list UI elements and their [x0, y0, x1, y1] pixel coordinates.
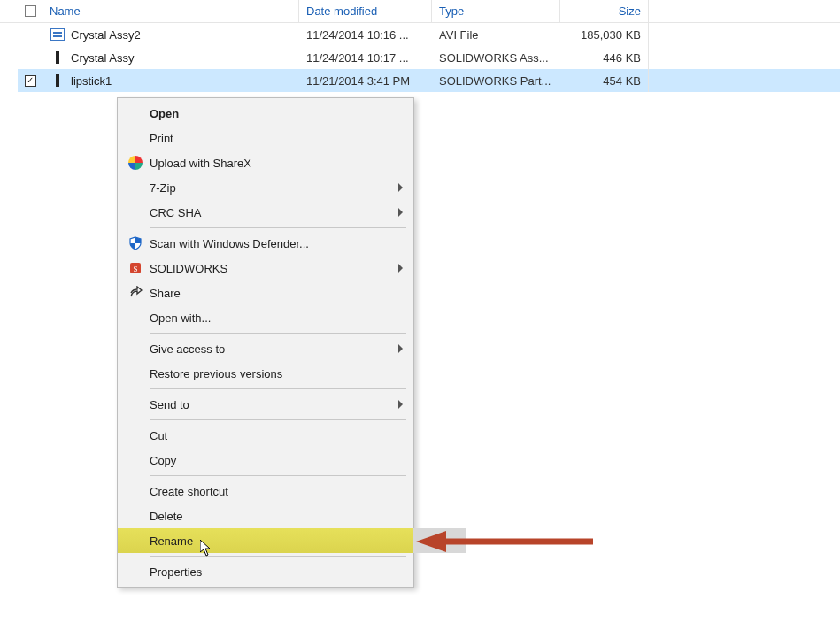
menu-item-label: SOLIDWORKS: [150, 262, 398, 275]
row-checkbox-cell[interactable]: [18, 69, 42, 92]
file-row[interactable]: Crystal Assy11/24/2014 10:17 ...SOLIDWOR…: [18, 46, 840, 69]
menu-item-label: Open with...: [150, 311, 403, 325]
select-all-checkbox[interactable]: [18, 0, 42, 22]
menu-item-label: Open: [150, 107, 403, 120]
menu-item-label: Cut: [150, 429, 403, 442]
file-date: 11/21/2014 3:41 PM: [299, 69, 432, 92]
menu-icon-blank: [125, 179, 146, 196]
menu-item-label: Properties: [150, 565, 403, 579]
menu-icon-blank: [125, 104, 146, 122]
column-header-size[interactable]: Size: [560, 0, 649, 22]
chevron-right-icon: [398, 400, 403, 409]
menu-item-solidworks[interactable]: SSOLIDWORKS: [118, 256, 413, 280]
menu-item-print[interactable]: Print: [118, 126, 413, 150]
file-date: 11/24/2014 10:16 ...: [299, 23, 432, 46]
menu-item-7-zip[interactable]: 7-Zip: [118, 175, 413, 200]
menu-item-create-shortcut[interactable]: Create shortcut: [118, 479, 413, 503]
file-size: 446 KB: [560, 46, 649, 69]
menu-icon-blank: [125, 563, 146, 580]
column-header-name[interactable]: Name: [42, 0, 299, 22]
menu-item-give-access-to[interactable]: Give access to: [118, 336, 413, 361]
solidworks-file-icon: [50, 50, 66, 65]
solidworks-file-icon: [50, 73, 66, 88]
row-checkbox[interactable]: [25, 75, 36, 87]
row-checkbox-cell[interactable]: [18, 46, 42, 69]
menu-item-properties[interactable]: Properties: [118, 559, 413, 584]
menu-icon-blank: [125, 365, 146, 382]
menu-item-label: Print: [150, 132, 403, 145]
menu-item-open-with[interactable]: Open with...: [118, 305, 413, 330]
menu-icon-blank: [125, 532, 146, 549]
menu-item-label: Send to: [150, 398, 398, 411]
row-checkbox-cell[interactable]: [18, 23, 42, 46]
menu-item-label: Share: [150, 287, 403, 300]
chevron-right-icon: [398, 264, 403, 273]
menu-item-cut[interactable]: Cut: [118, 423, 413, 448]
menu-item-label: CRC SHA: [150, 206, 398, 219]
menu-separator: [150, 419, 406, 420]
file-type: AVI File: [432, 23, 560, 46]
menu-item-label: Create shortcut: [150, 485, 403, 498]
file-type: SOLIDWORKS Ass...: [432, 46, 560, 69]
menu-separator: [150, 227, 406, 228]
menu-separator: [150, 475, 406, 476]
menu-item-open[interactable]: Open: [118, 101, 413, 126]
menu-item-label: Give access to: [150, 342, 398, 356]
file-name: Crystal Assy2: [71, 28, 141, 42]
sharex-icon: [125, 154, 146, 172]
file-row[interactable]: lipstick111/21/2014 3:41 PMSOLIDWORKS Pa…: [18, 69, 840, 92]
menu-icon-blank: [125, 129, 146, 147]
svg-text:S: S: [133, 265, 137, 273]
chevron-right-icon: [398, 344, 403, 353]
column-header-date[interactable]: Date modified: [299, 0, 432, 22]
menu-item-scan-with-windows-defender[interactable]: Scan with Windows Defender...: [118, 231, 413, 256]
menu-item-share[interactable]: Share: [118, 280, 413, 305]
menu-item-delete[interactable]: Delete: [118, 503, 413, 528]
menu-item-crc-sha[interactable]: CRC SHA: [118, 200, 413, 225]
file-list: Crystal Assy211/24/2014 10:16 ...AVI Fil…: [0, 23, 840, 92]
menu-item-label: Copy: [150, 454, 403, 467]
menu-item-label: Delete: [150, 510, 403, 523]
file-name: Crystal Assy: [71, 51, 135, 65]
file-name-cell[interactable]: Crystal Assy2: [42, 23, 299, 46]
menu-separator: [150, 388, 406, 389]
file-name: lipstick1: [71, 74, 112, 88]
context-menu: OpenPrintUpload with ShareX7-ZipCRC SHAS…: [117, 97, 414, 588]
menu-item-label: Restore previous versions: [150, 367, 403, 380]
menu-icon-blank: [125, 396, 146, 413]
menu-item-label: Rename: [150, 534, 403, 548]
menu-item-label: 7-Zip: [150, 181, 398, 195]
menu-icon-blank: [125, 451, 146, 469]
file-row[interactable]: Crystal Assy211/24/2014 10:16 ...AVI Fil…: [18, 23, 840, 46]
file-size: 454 KB: [560, 69, 649, 92]
menu-separator: [150, 556, 406, 557]
menu-icon-blank: [125, 309, 146, 327]
column-header-row: Name Date modified Type Size: [0, 0, 840, 23]
column-header-type[interactable]: Type: [432, 0, 560, 22]
menu-separator: [150, 333, 406, 334]
file-date: 11/24/2014 10:17 ...: [299, 46, 432, 69]
file-size: 185,030 KB: [560, 23, 649, 46]
menu-icon-blank: [125, 426, 146, 444]
menu-icon-blank: [125, 507, 146, 525]
menu-icon-blank: [125, 340, 146, 357]
menu-item-restore-previous-versions[interactable]: Restore previous versions: [118, 361, 413, 386]
file-type: SOLIDWORKS Part...: [432, 69, 560, 92]
video-file-icon: [50, 27, 66, 42]
menu-item-rename[interactable]: Rename: [118, 528, 413, 553]
defender-shield-icon: [125, 234, 146, 252]
menu-item-send-to[interactable]: Send to: [118, 392, 413, 417]
file-name-cell[interactable]: Crystal Assy: [42, 46, 299, 69]
menu-item-label: Upload with ShareX: [150, 157, 403, 170]
menu-item-copy[interactable]: Copy: [118, 448, 413, 472]
menu-item-upload-with-sharex[interactable]: Upload with ShareX: [118, 150, 413, 175]
chevron-right-icon: [398, 208, 403, 217]
menu-icon-blank: [125, 204, 146, 221]
chevron-right-icon: [398, 183, 403, 192]
solidworks-icon: S: [125, 259, 146, 277]
file-name-cell[interactable]: lipstick1: [42, 69, 299, 92]
share-icon: [125, 284, 146, 302]
menu-icon-blank: [125, 482, 146, 500]
menu-item-label: Scan with Windows Defender...: [150, 237, 403, 250]
